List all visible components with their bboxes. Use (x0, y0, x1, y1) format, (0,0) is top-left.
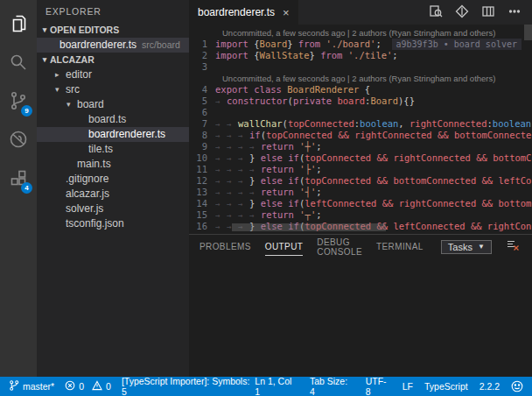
code-line[interactable]: 2import {WallState} from './tile'; (189, 50, 532, 61)
code-line[interactable]: 5→constructor(private board:Board){} (189, 95, 532, 107)
horizontal-scrollbar[interactable] (232, 223, 386, 231)
close-icon[interactable]: × (283, 6, 290, 19)
vscode-window: 9 4 EXPLORER ▾ OPEN EDITORS boar (0, 0, 532, 396)
line-number: 15 (189, 209, 215, 221)
line-number: 11 (189, 164, 215, 175)
cursor-position[interactable]: Ln 1, Col 1 (255, 376, 298, 396)
encoding[interactable]: UTF-8 (366, 376, 391, 396)
activity-search[interactable] (0, 44, 37, 82)
activity-extensions[interactable]: 4 (0, 159, 37, 198)
open-editors-header[interactable]: ▾ OPEN EDITORS (37, 23, 189, 38)
code-line[interactable]: 14→→→} else if(leftConnected && rightCon… (189, 198, 532, 209)
tree-item-label: main.ts (77, 157, 111, 172)
tab-whitespace-icon: → (227, 187, 238, 198)
tab-problems[interactable]: PROBLEMS (200, 238, 251, 255)
main-area: 9 4 EXPLORER ▾ OPEN EDITORS boar (0, 0, 532, 377)
tree-item-src[interactable]: ▾src (37, 82, 189, 97)
tab-whitespace-icon: → (215, 165, 227, 175)
tab-debug-console[interactable]: DEBUG CONSOLE (317, 234, 362, 260)
activity-debug[interactable] (0, 121, 37, 159)
tab-whitespace-icon: → (227, 119, 238, 130)
tab-whitespace-icon: → (238, 153, 249, 164)
warning-count: 0 (106, 381, 111, 392)
folder-caret-icon: ▸ (55, 67, 66, 82)
line-number: 5 (189, 95, 215, 107)
indentation[interactable]: Tab Size: 4 (310, 376, 354, 396)
tab-boardrenderer[interactable]: boardrenderer.ts × (189, 0, 298, 25)
tree-item-board.ts[interactable]: board.ts (37, 112, 189, 127)
ts-importer-status[interactable]: [TypeScript Importer]: Symbols: 5 (122, 376, 255, 396)
code-lines: Uncommitted, a few seconds ago | 2 autho… (189, 27, 532, 232)
tree-item-tile.ts[interactable]: tile.ts (37, 142, 189, 157)
line-number: 3 (189, 61, 215, 73)
problems-status[interactable]: 0 0 (65, 380, 111, 392)
code-line[interactable]: 9→→→→return '┼'; (189, 141, 532, 152)
tab-whitespace-icon: → (249, 142, 261, 152)
explorer-sidebar: EXPLORER ▾ OPEN EDITORS boardrenderer.ts… (37, 0, 189, 377)
feedback-smiley-icon[interactable] (511, 380, 523, 392)
activity-source-control[interactable]: 9 (0, 82, 37, 121)
output-panel-content[interactable] (189, 258, 532, 377)
code-line[interactable]: 6 (189, 107, 532, 118)
code-line[interactable]: 7→→wallChar(topConnected:boolean, rightC… (189, 118, 532, 130)
tab-terminal[interactable]: TERMINAL (376, 238, 424, 255)
language-mode[interactable]: TypeScript (424, 381, 468, 392)
more-actions-icon[interactable] (508, 4, 522, 21)
code-line[interactable]: 1import {Board} from './board';a9b39f3b … (189, 39, 532, 50)
codelens-annotation[interactable]: Uncommitted, a few seconds ago | 2 autho… (189, 27, 532, 39)
code-line[interactable]: 13→→→→return '┤'; (189, 187, 532, 198)
tab-output[interactable]: OUTPUT (265, 238, 304, 256)
vertical-scrollbar[interactable] (524, 25, 532, 40)
code-text: →→→→return '├'; (215, 164, 532, 175)
tree-item-.gitignore[interactable]: .gitignore (37, 172, 189, 187)
split-editor-icon[interactable] (481, 4, 495, 21)
line-number: 13 (189, 187, 215, 198)
tab-title: boardrenderer.ts (198, 6, 275, 18)
tab-whitespace-icon: → (249, 187, 261, 198)
git-compare-icon[interactable] (455, 4, 469, 21)
code-text: →→→→return '┬'; (215, 209, 532, 221)
output-channel-dropdown[interactable]: Tasks ▼ (441, 240, 492, 254)
tree-item-alcazar.js[interactable]: alcazar.js (37, 187, 189, 202)
warning-icon (92, 380, 102, 392)
tab-whitespace-icon: → (227, 210, 238, 221)
tree-item-solver.js[interactable]: solver.js (37, 202, 189, 216)
code-line[interactable]: 11→→→→return '├'; (189, 164, 532, 175)
tree-item-main.ts[interactable]: main.ts (37, 157, 189, 172)
open-preview-icon[interactable] (429, 4, 443, 21)
panel-header: PROBLEMS OUTPUT DEBUG CONSOLE TERMINAL T… (189, 235, 532, 258)
project-section-header[interactable]: ▾ ALCAZAR (37, 53, 189, 67)
eol-sequence[interactable]: LF (402, 381, 413, 392)
code-line[interactable]: 3 (189, 61, 532, 73)
ts-version[interactable]: 2.2.2 (480, 381, 500, 392)
tree-item-label: alcazar.js (66, 187, 109, 202)
code-line[interactable]: 4export class BoardRenderer { (189, 84, 532, 95)
code-line[interactable]: 12→→→} else if(topConnected && bottomCon… (189, 175, 532, 187)
code-line[interactable]: 8→→→if(topConnected && rightConnected &&… (189, 130, 532, 141)
code-line[interactable]: 15→→→→return '┬'; (189, 209, 532, 221)
tab-whitespace-icon: → (227, 165, 238, 175)
branch-name: master* (23, 381, 54, 392)
tab-whitespace-icon: → (215, 187, 227, 198)
code-text: export class BoardRenderer { (215, 84, 532, 95)
codelens-annotation[interactable]: Uncommitted, a few seconds ago | 2 autho… (189, 73, 532, 84)
clear-output-icon[interactable] (506, 238, 520, 255)
error-icon (65, 380, 75, 392)
line-number: 10 (189, 152, 215, 164)
tree-item-tsconfig.json[interactable]: tsconfig.json (37, 216, 189, 231)
tree-item-board[interactable]: ▾board (37, 97, 189, 112)
open-editor-item[interactable]: boardrenderer.tssrc/board (37, 38, 189, 53)
tree-item-boardrenderer.ts[interactable]: boardrenderer.ts (37, 127, 189, 142)
tab-whitespace-icon: → (215, 210, 227, 221)
tree-item-editor[interactable]: ▸editor (37, 67, 189, 82)
tab-whitespace-icon: → (215, 153, 227, 164)
branch-icon (9, 379, 19, 393)
code-editor[interactable]: Uncommitted, a few seconds ago | 2 autho… (189, 25, 532, 234)
file-tree: ▸editor▾src▾boardboard.tsboardrenderer.t… (37, 67, 189, 231)
tab-whitespace-icon: → (227, 131, 238, 141)
code-line[interactable]: 10→→→} else if(topConnected && rightConn… (189, 152, 532, 164)
git-branch-status[interactable]: master* (9, 379, 54, 393)
activity-explorer[interactable] (0, 5, 37, 44)
tab-whitespace-icon: → (215, 199, 227, 209)
tree-item-label: tile.ts (88, 142, 113, 157)
